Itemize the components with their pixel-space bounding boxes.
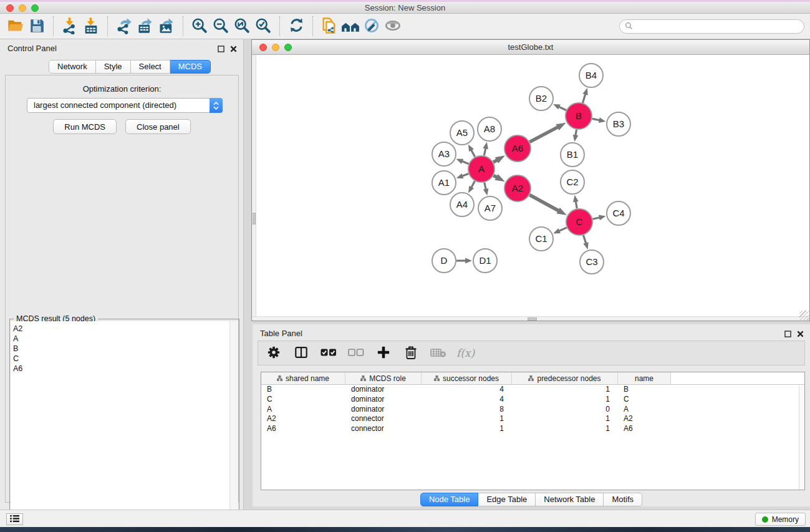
graph-edge-C-C3[interactable]	[584, 235, 587, 244]
float-panel-icon[interactable]	[784, 329, 791, 340]
graph-node-C1[interactable]: C1	[529, 227, 553, 251]
table-cell[interactable]: 1	[512, 424, 618, 434]
table-cell[interactable]: 1	[422, 414, 512, 424]
graph-node-A1[interactable]: A1	[432, 171, 456, 195]
table-cell[interactable]: A	[261, 405, 345, 415]
table-cell[interactable]: connector	[345, 424, 422, 434]
select-all-button[interactable]	[319, 344, 338, 362]
search-input[interactable]	[636, 22, 799, 31]
refresh-button[interactable]	[286, 16, 307, 37]
import-table-button[interactable]	[80, 16, 102, 37]
column-header-successor-nodes[interactable]: successor nodes	[422, 372, 512, 384]
column-header-MCDS-role[interactable]: MCDS role	[345, 372, 422, 384]
table-scrollbar[interactable]	[799, 385, 804, 490]
table-cell[interactable]: C	[618, 395, 671, 405]
mcds-result-item[interactable]: A	[13, 334, 230, 344]
graph-node-C[interactable]: C	[566, 209, 592, 235]
mcds-result-item[interactable]: A2	[13, 324, 230, 334]
function-builder-button[interactable]: f(x)	[456, 344, 475, 362]
table-cell[interactable]: A2	[618, 414, 671, 424]
graph-edge-A2-C[interactable]	[529, 195, 559, 211]
save-session-button[interactable]	[26, 16, 47, 37]
tab-mcds[interactable]: MCDS	[170, 60, 211, 74]
table-row[interactable]: Cdominator41C	[261, 395, 804, 405]
tab-network-table[interactable]: Network Table	[536, 493, 604, 506]
zoom-window-button[interactable]	[31, 4, 39, 12]
graph-node-A4[interactable]: A4	[450, 193, 474, 216]
import-network-button[interactable]	[59, 16, 80, 37]
table-options-button[interactable]	[264, 344, 283, 362]
table-row[interactable]: Bdominator41B	[261, 385, 804, 395]
graph-node-C4[interactable]: C4	[607, 201, 630, 225]
tab-node-table[interactable]: Node Table	[420, 493, 479, 506]
graph-edge-B-B3[interactable]	[592, 118, 600, 120]
table-cell[interactable]: 0	[512, 405, 618, 415]
network-minimize-button[interactable]	[272, 44, 279, 51]
tab-style[interactable]: Style	[96, 60, 131, 74]
graph-node-B2[interactable]: B2	[529, 87, 553, 110]
resize-grip[interactable]	[799, 311, 809, 320]
graph-node-B4[interactable]: B4	[579, 64, 603, 87]
mcds-result-item[interactable]: C	[13, 354, 230, 364]
graph-edge-B-B4[interactable]	[582, 94, 586, 103]
table-cell[interactable]: 1	[512, 395, 618, 405]
table-cell[interactable]: B	[618, 385, 671, 395]
table-cell[interactable]: connector	[345, 414, 422, 424]
graph-node-A[interactable]: A	[468, 156, 494, 182]
table-cell[interactable]: 8	[422, 405, 512, 415]
table-cell[interactable]: 4	[422, 395, 512, 405]
show-tasks-button[interactable]	[6, 513, 23, 525]
graph-node-A5[interactable]: A5	[450, 121, 474, 145]
network-horizontal-scrollbar[interactable]	[252, 316, 809, 321]
result-scrollbar[interactable]	[229, 321, 238, 532]
close-panel-icon[interactable]	[797, 329, 804, 340]
table-row[interactable]: Adominator80A	[261, 405, 804, 415]
table-cell[interactable]: 1	[512, 414, 618, 424]
graph-edge-B-B2[interactable]	[558, 107, 566, 110]
table-cell[interactable]: 4	[422, 385, 512, 395]
memory-button[interactable]: Memory	[755, 513, 806, 526]
table-cell[interactable]: dominator	[345, 395, 422, 405]
table-cell[interactable]: A6	[618, 424, 671, 434]
close-panel-icon[interactable]	[230, 44, 237, 55]
graph-node-D1[interactable]: D1	[473, 249, 497, 273]
tab-network[interactable]: Network	[49, 60, 96, 74]
run-mcds-button[interactable]: Run MCDS	[53, 119, 117, 134]
minimize-window-button[interactable]	[19, 4, 26, 12]
tab-motifs[interactable]: Motifs	[604, 493, 642, 506]
column-header-name[interactable]: name	[618, 372, 671, 384]
graph-node-D[interactable]: D	[432, 249, 456, 273]
mcds-result-item[interactable]: A6	[13, 364, 230, 374]
network-vertical-scrollbar[interactable]	[252, 55, 256, 321]
table-cell[interactable]: A2	[261, 414, 345, 424]
tab-select[interactable]: Select	[131, 60, 170, 74]
graph-node-A8[interactable]: A8	[478, 117, 501, 141]
table-cell[interactable]: dominator	[345, 405, 422, 415]
network-canvas[interactable]: B4B2BB3A5A8A6A3B1AA1A2C2A4A7C4CC1C3DD1	[252, 55, 809, 321]
graph-node-B[interactable]: B	[566, 103, 592, 129]
graph-edge-C-C1[interactable]	[558, 228, 567, 231]
mcds-result-item[interactable]: B	[13, 344, 230, 354]
graph-node-A7[interactable]: A7	[478, 196, 502, 220]
network-close-button[interactable]	[259, 44, 267, 51]
export-network-button[interactable]	[113, 16, 135, 37]
graph-node-C2[interactable]: C2	[561, 170, 584, 194]
graph-node-A3[interactable]: A3	[432, 142, 456, 166]
export-image-button[interactable]	[156, 16, 177, 37]
graph-node-A6[interactable]: A6	[504, 135, 531, 162]
table-row[interactable]: A2connector11A2	[261, 414, 804, 424]
table-cell[interactable]: A	[618, 405, 671, 415]
zoom-selected-button[interactable]	[253, 16, 274, 37]
zoom-fit-button[interactable]	[231, 16, 253, 37]
open-file-button[interactable]	[5, 16, 26, 37]
clone-network-button[interactable]	[319, 16, 340, 37]
table-cell[interactable]: 1	[512, 385, 618, 395]
hide-labels-button[interactable]	[361, 16, 382, 37]
graph-node-B1[interactable]: B1	[561, 143, 584, 167]
table-cell[interactable]: C	[261, 395, 345, 405]
close-window-button[interactable]	[6, 4, 14, 12]
graph-node-B3[interactable]: B3	[607, 112, 630, 136]
graph-edge-A-A5[interactable]	[471, 149, 475, 157]
network-zoom-button[interactable]	[284, 44, 292, 51]
graph-edge-A6-B[interactable]	[529, 127, 558, 142]
